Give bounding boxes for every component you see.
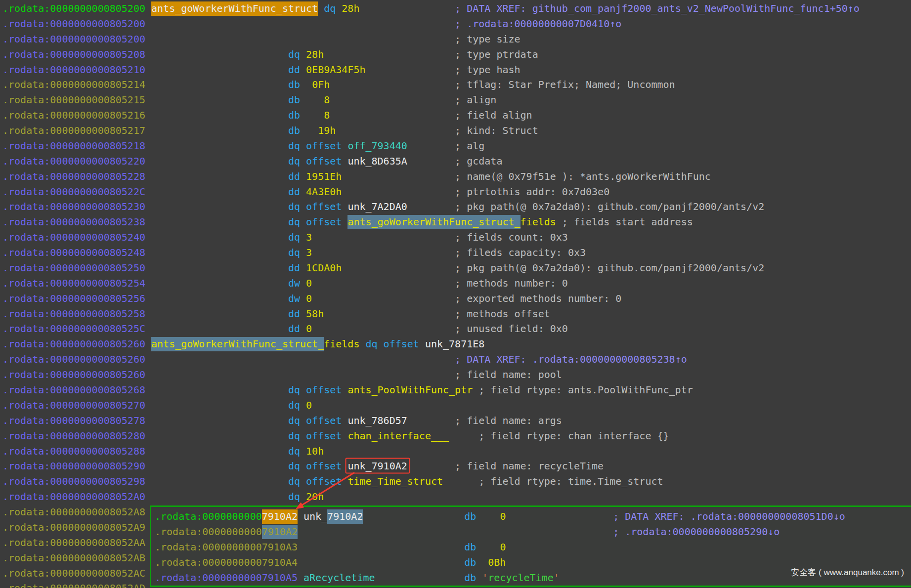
symbol-name: chan_interface___ (347, 429, 449, 443)
listing-row[interactable]: .rodata:0000000000805254dw0; methods num… (0, 276, 911, 291)
number-literal: 3 (306, 246, 312, 260)
listing-row[interactable]: .rodata:0000000000805260; DATA XREF: .ro… (0, 352, 911, 367)
address: .rodata:0000000000805217 (2, 124, 145, 138)
address: .rodata:0000000000805218 (2, 139, 145, 153)
mnemonic: db (464, 555, 476, 570)
string-quote: ' (554, 571, 560, 585)
number-literal: 0EB9A34F5h (306, 63, 365, 77)
symbol-name: fields (324, 337, 359, 351)
xref-comment: ; DATA XREF: github_com_panjf2000_ants_v… (455, 1, 860, 16)
number-literal: 0Fh (312, 78, 330, 92)
mnemonic: dq (288, 474, 300, 489)
listing-row[interactable]: .rodata:0000000000805210dd0EB9A34F5h; ty… (0, 62, 911, 78)
address: .rodata:0000000000805220 (2, 154, 145, 168)
address: .rodata:00000000008052A8 (2, 505, 145, 519)
address: .rodata:00000000007910A5 (155, 571, 298, 585)
comment: ; type hash (455, 63, 520, 77)
mnemonic: db (464, 586, 476, 587)
number-literal: 0 (306, 292, 312, 306)
address: .rodata:00000000008052AA (2, 536, 145, 550)
symbol-name: ants_goWorkerWithFunc_struct_ (151, 337, 324, 351)
listing-row[interactable]: .rodata:0000000000805248dq3; fileds capa… (0, 245, 911, 260)
listing-row[interactable]: .rodata:0000000000805238dqoffsetants_goW… (0, 214, 911, 230)
address: .rodata:00000000007910A6 (155, 586, 298, 587)
mnemonic: dq (288, 139, 300, 153)
mnemonic: dq (288, 444, 300, 459)
listing-row[interactable]: .rodata:0000000000805290dqoffsetunk_7910… (0, 459, 911, 474)
address: .rodata:0000000000805216 (2, 108, 145, 123)
mnemonic: dq (288, 490, 300, 504)
mnemonic: dq (288, 230, 300, 245)
address: .rodata:0000000000 (155, 525, 262, 539)
number-literal: 28h (342, 1, 359, 16)
listing-row[interactable]: .rodata:0000000000805215db8; align (0, 92, 911, 108)
comment: ; type size (455, 32, 520, 46)
comment: ; pkg path(@ 0x7a2da0): github.com/panjf… (455, 200, 764, 214)
listing-row[interactable]: .rodata:00000000007910A6db0 (151, 585, 911, 587)
listing-row[interactable]: .rodata:0000000000805216db8; field align (0, 108, 911, 123)
address: .rodata:0000000000805214 (2, 78, 145, 92)
listing-row[interactable]: .rodata:0000000000805288dq10h (0, 444, 911, 459)
xref-comment: ; .rodata:0000000000805290↓o (613, 525, 780, 539)
comment: ; alg (455, 139, 484, 153)
address: .rodata:0000000000805288 (2, 444, 145, 459)
listing-row[interactable]: .rodata:0000000000805298dqoffsettime_Tim… (0, 474, 911, 489)
number-literal: 4A3E0h (306, 185, 342, 199)
ida-disassembly-window: .rodata:0000000000805200ants_goWorkerWit… (0, 0, 911, 588)
listing-row[interactable]: .rodata:0000000000805268dqoffsetants_Poo… (0, 382, 911, 398)
listing-row[interactable]: .rodata:0000000000805214db0Fh; tflag: St… (0, 77, 911, 92)
mnemonic: dw (288, 276, 300, 291)
number-literal: 0 (306, 322, 312, 336)
address: .rodata:0000000000805278 (2, 414, 145, 428)
listing-row[interactable]: .rodata:0000000000805280dqoffsetchan_int… (0, 428, 911, 444)
mnemonic: db (288, 78, 300, 92)
listing-row[interactable]: .rodata:0000000000805200ants_goWorkerWit… (0, 1, 911, 16)
listing-row[interactable]: .rodata:0000000000805260; field name: po… (0, 367, 911, 382)
address: .rodata:000000000080525C (2, 322, 145, 336)
address: .rodata:0000000000805268 (2, 383, 145, 397)
listing-row[interactable]: .rodata:0000000000805230dqoffsetunk_7A2D… (0, 199, 911, 214)
listing-row[interactable]: .rodata:0000000000805258dd58h; methods o… (0, 306, 911, 322)
mnemonic: dq (288, 398, 300, 413)
listing-row[interactable]: .rodata:000000000080522Cdd4A3E0h; ptrtot… (0, 184, 911, 200)
address: .rodata:0000000000805258 (2, 307, 145, 321)
address: .rodata:0000000000805250 (2, 261, 145, 275)
listing-row[interactable]: .rodata:0000000000805228dd1951Eh; name(@… (0, 169, 911, 184)
address: .rodata:0000000000805215 (2, 93, 145, 107)
mnemonic: dd (288, 261, 300, 275)
listing-row[interactable]: .rodata:00000000007910A2unk_7910A2db0; D… (151, 509, 911, 524)
listing-row[interactable]: .rodata:0000000000805260ants_goWorkerWit… (0, 336, 911, 352)
listing-row[interactable]: .rodata:0000000000805220dqoffsetunk_8D63… (0, 154, 911, 169)
comment: ; kind: Struct (455, 124, 538, 138)
mnemonic: dq (288, 47, 300, 62)
number-literal: 1951Eh (306, 169, 342, 184)
number-literal: 8 (324, 93, 330, 107)
symbol-name: fields (521, 215, 556, 229)
listing-row[interactable]: .rodata:0000000000805240dq3; fields coun… (0, 230, 911, 245)
symbol-name: unk_7A2DA0 (347, 200, 407, 214)
listing-row[interactable]: .rodata:0000000000805217db19h; kind: Str… (0, 123, 911, 138)
listing-row[interactable]: .rodata:00000000008052A0dq20h (0, 489, 911, 504)
mnemonic: db (288, 124, 300, 138)
number-literal: 8 (324, 108, 330, 123)
listing-row[interactable]: .rodata:0000000000805270dq0 (0, 398, 911, 413)
listing-row[interactable]: .rodata:0000000000805278dqoffsetunk_786D… (0, 413, 911, 428)
mnemonic: db (464, 509, 476, 524)
listing-row[interactable]: .rodata:0000000000805218dqoffsetoff_7934… (0, 138, 911, 154)
listing-row[interactable]: .rodata:0000000000805200; .rodata:000000… (0, 16, 911, 32)
string-quote: ' (482, 571, 488, 585)
listing-row[interactable]: .rodata:0000000000805256dw0; exported me… (0, 291, 911, 306)
mnemonic: offset (306, 139, 342, 153)
mnemonic: db (464, 540, 476, 554)
listing-row[interactable]: .rodata:00000000007910A3db0 (151, 540, 911, 555)
comment: ; field rtype: ants.PoolWithFunc_ptr (478, 383, 693, 397)
listing-row[interactable]: .rodata:000000000080525Cdd0; unused fiel… (0, 321, 911, 336)
mnemonic: dq (288, 459, 300, 473)
listing-row[interactable]: .rodata:0000000000805208dq28h; type ptrd… (0, 47, 911, 62)
mnemonic: dq (288, 414, 300, 428)
listing-row[interactable]: .rodata:0000000000805250dd1CDA0h; pkg pa… (0, 260, 911, 276)
listing-row[interactable]: .rodata:00000000007910A2; .rodata:000000… (151, 524, 911, 540)
listing-row[interactable]: .rodata:0000000000805200; type size (0, 32, 911, 47)
xref-comment: ; DATA XREF: .rodata:00000000008051D0↓o (613, 509, 845, 524)
disassembly-listing[interactable]: .rodata:0000000000805200ants_goWorkerWit… (0, 0, 911, 588)
